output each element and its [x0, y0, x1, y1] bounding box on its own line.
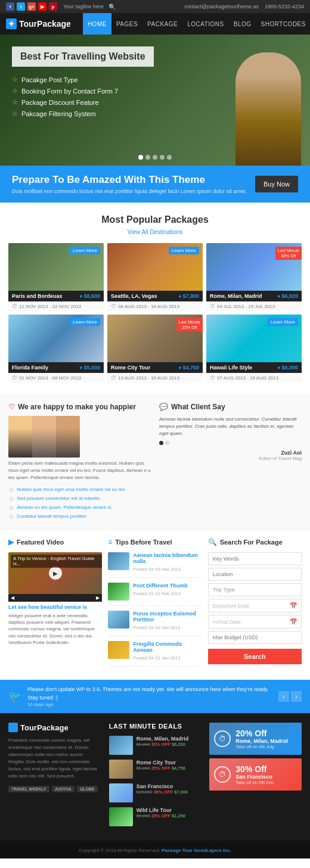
keywords-input[interactable] — [208, 552, 302, 565]
learn-more-hawaii[interactable]: Learn More — [268, 318, 298, 326]
twitter-next-button[interactable]: › — [291, 691, 302, 702]
popular-packages-title: Most Popular Packages — [8, 214, 302, 225]
search-button[interactable]: Search — [208, 649, 302, 664]
tip-link-3[interactable]: Purus Inceptos Euismod Porttitor — [133, 611, 202, 623]
tip-item-1: Aenean lacinia bibendum nulla Posted On … — [108, 552, 202, 578]
hero-section: Best For Travelling Website ☆Pacakge Pos… — [0, 35, 310, 166]
facebook-icon[interactable]: f — [6, 2, 14, 11]
discount-wild: 20% OFF — [151, 813, 170, 819]
deal-prices-city: $9,000 25% OFF $4,756 — [137, 766, 185, 771]
happiness-section: ♡ We are happy to make you happier Etiam… — [0, 394, 310, 529]
hero-features-list: ☆Pacakge Post Type ☆Booking Form by Cont… — [12, 74, 154, 119]
budget-input[interactable] — [208, 631, 302, 644]
team-faces — [8, 416, 80, 458]
departure-label: Departure Date — [213, 603, 250, 609]
promo-dest-sf: San Francisco — [235, 774, 274, 780]
dot-1[interactable] — [138, 155, 143, 160]
three-cols-section: ▶ Featured Video A Trip to Venice - Engl… — [0, 529, 310, 680]
buy-now-button[interactable]: Buy Now — [255, 176, 298, 192]
deal-img-wild — [109, 807, 133, 826]
testimonial-role: Editor of Travel Mag — [159, 456, 302, 461]
deal-info-sf: San Francisco $15,000 38% OFF $7,000 — [137, 783, 188, 802]
florida-name: Florida Family — [12, 365, 48, 371]
nav-package[interactable]: PACKAGE — [142, 13, 182, 35]
pinterest-icon[interactable]: p — [49, 2, 57, 11]
tdot-1[interactable] — [159, 441, 163, 445]
deal-info-city: Rome City Tour $9,000 25% OFF $4,756 — [137, 760, 185, 779]
popular-packages-section: Most Popular Packages View All Destinati… — [0, 203, 310, 394]
paris-price: ♦ $8,600 — [79, 293, 100, 299]
tip-link-4[interactable]: Fringilla Commodo Aenean — [133, 641, 202, 653]
google-plus-icon[interactable]: g+ — [27, 2, 36, 11]
tip-link-1[interactable]: Aenean lacinia bibendum nulla — [133, 552, 202, 564]
promo-subtitle: Duis molliset non commodo luctus nisi er… — [12, 188, 247, 194]
view-all-link[interactable]: View All Destinations — [8, 228, 302, 236]
dot-3[interactable] — [153, 155, 157, 160]
rome-city-dates: ⏱ 13 AUG 2013 - 16 AUG 2013 — [107, 373, 203, 382]
deal-name-city: Rome City Tour — [137, 760, 185, 766]
play-button[interactable]: ▶ — [49, 567, 62, 580]
tip-text-2: Post Different Thumb Posted On 03 Feb 20… — [133, 583, 188, 601]
twitter-prev-button[interactable]: ‹ — [278, 691, 289, 702]
logo[interactable]: ✦ TourPackage — [6, 18, 71, 29]
dot-5[interactable] — [167, 155, 172, 160]
footer: TourPackage Praesent commodo cursus magn… — [0, 713, 310, 841]
tip-item-4: Fringilla Commodo Aenean Posted On 01 Ja… — [108, 641, 202, 667]
tip-image-1 — [108, 552, 129, 570]
florida-dates-text: 01 NOV 2013 - 08 NOV 2013 — [19, 375, 81, 381]
video-thumbnail[interactable]: A Trip to Venice - English Travel Guide … — [8, 552, 102, 594]
tagline: Your tagline here — [63, 4, 104, 10]
arrival-date-field[interactable]: Arrival Date 📅 — [208, 615, 302, 629]
search-icon[interactable]: 🔍 — [108, 4, 116, 10]
footer-bottom: Copyright © 2013 All Rights Reserved. Pa… — [0, 841, 310, 858]
tip-link-2[interactable]: Post Different Thumb — [133, 583, 188, 589]
nav-blog[interactable]: BLOG — [229, 13, 256, 35]
old-price-sf: $15,000 — [137, 789, 153, 795]
testimonial-dots — [159, 441, 302, 445]
seattle-info: Seattle, LA, Vegas ♦ $7,900 — [107, 291, 203, 301]
youtube-icon[interactable]: ▶ — [38, 2, 46, 11]
nav-pages[interactable]: PAGES — [111, 13, 142, 35]
hero-person — [232, 46, 304, 166]
trip-type-select[interactable]: Trip Type Adventure Family Luxury — [208, 583, 302, 596]
clock-icon-2: ⏱ — [111, 303, 116, 309]
dot-2[interactable] — [145, 155, 150, 160]
promo-card-rome-content: ⏱ 20% Off Rome, Milan, Madrid Take off o… — [214, 729, 288, 749]
nav-locations[interactable]: LOCATIONS — [182, 13, 229, 35]
clock-icon: ⏱ — [12, 303, 17, 309]
search-form: Trip Type Adventure Family Luxury Depart… — [208, 552, 302, 664]
paris-name: Paris and Bordeuax — [12, 293, 63, 299]
dot-4[interactable] — [160, 155, 165, 160]
twitter-nav: ‹ › — [278, 691, 302, 702]
learn-more-florida[interactable]: Learn More — [70, 318, 100, 326]
learn-more-paris[interactable]: Learn More — [70, 247, 100, 254]
happiness-content: Etiam porta sem malesuada magna mollis e… — [8, 416, 151, 485]
video-prev-button[interactable]: ◀ — [11, 595, 14, 601]
deal-img-rome — [109, 736, 133, 755]
promo-card-rome[interactable]: ⏱ 20% Off Rome, Milan, Madrid Take off o… — [209, 723, 302, 755]
twitter-icon[interactable]: t — [17, 2, 25, 11]
footer-promo-col: ⏱ 20% Off Rome, Milan, Madrid Take off o… — [209, 723, 302, 831]
tdot-2[interactable] — [165, 441, 169, 445]
tip-image-4 — [108, 641, 129, 659]
package-card-rome-milan: Last Minute30% Off Rome, Milan, Madrid ♦… — [206, 243, 302, 311]
nav-shortcodes[interactable]: SHORTCODES — [256, 13, 310, 35]
location-input[interactable] — [208, 568, 302, 581]
tip-date-2: Posted On 03 Feb 2013 — [133, 591, 181, 596]
speech-icon: 💬 — [159, 403, 168, 411]
search-col: 🔍 Search For Package Trip Type Adventure… — [208, 538, 302, 671]
nav-home[interactable]: HOME — [83, 13, 111, 35]
departure-date-field[interactable]: Departure Date 📅 — [208, 599, 302, 612]
video-controls: ◀ ▶ — [8, 594, 102, 602]
tip-text-3: Purus Inceptos Euismod Porttitor Posted … — [133, 611, 202, 631]
promo-card-sf[interactable]: ⏱ 30% Off San Francisco Take off on 5th … — [209, 758, 302, 791]
rome-milan-dates: ⏱ 04 JUL 2013 - 19 JUL 2013 — [206, 301, 302, 311]
heart-icon: ♡ — [8, 403, 15, 411]
video-next-button[interactable]: ▶ — [96, 595, 100, 601]
hawaii-price: ♦ $6,000 — [277, 365, 298, 371]
learn-more-seattle[interactable]: Learn More — [169, 247, 199, 254]
hawaii-dates-text: 07 AUG 2013 - 16 AUG 2013 — [217, 375, 278, 381]
promo-dest-rome: Rome, Milan, Madrid — [235, 738, 288, 744]
rome-city-price: ♦ $4,750 — [178, 365, 199, 371]
view-all-destinations-link[interactable]: View All Destinations — [128, 229, 183, 235]
